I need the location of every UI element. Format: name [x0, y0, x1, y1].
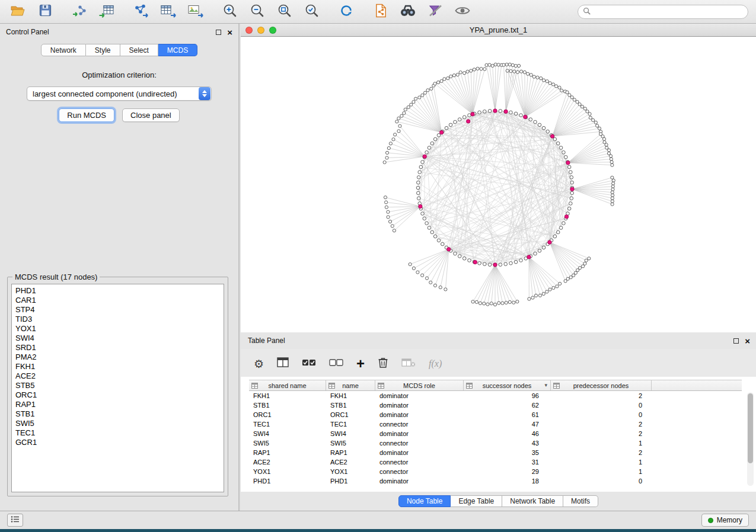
close-table-panel-icon[interactable]: ×	[745, 336, 750, 345]
zoom-in-button[interactable]	[221, 3, 240, 21]
add-column-button[interactable]: +	[356, 355, 365, 373]
mcds-result-item[interactable]: FKH1	[12, 362, 224, 371]
mcds-result-item[interactable]: STP4	[12, 305, 224, 315]
column-attr-icon	[378, 383, 384, 390]
column-header-shared-name[interactable]: shared name	[249, 380, 326, 390]
show-columns-button[interactable]	[277, 355, 289, 373]
mcds-result-item[interactable]: STB1	[12, 409, 224, 419]
table-scrollbar[interactable]	[747, 392, 754, 486]
mcds-result-item[interactable]: RAP1	[12, 400, 224, 409]
mcds-result-item[interactable]: ORC1	[12, 390, 224, 400]
import-network-button[interactable]	[70, 3, 89, 21]
table-row[interactable]: SWI5SWI5connector431	[249, 438, 742, 448]
table-row[interactable]: ACE2ACE2connector311	[249, 457, 742, 467]
search-input[interactable]	[594, 6, 748, 18]
mcds-result-item[interactable]: ACE2	[12, 371, 224, 381]
close-panel-button[interactable]: Close panel	[122, 108, 180, 122]
close-window-icon[interactable]	[245, 27, 253, 34]
show-hide-button[interactable]	[453, 3, 472, 21]
table-settings-button[interactable]: ⚙	[254, 355, 264, 373]
tab-edge-table[interactable]: Edge Table	[451, 495, 502, 507]
mcds-result-list[interactable]: PHD1CAR1STP4TID3YOX1SWI4SRD1PMA2FKH1ACE2…	[11, 284, 224, 492]
zoom-out-button[interactable]	[248, 3, 267, 21]
mcds-result-item[interactable]: SWI4	[12, 334, 224, 343]
clear-table-button[interactable]	[401, 355, 416, 373]
control-panel-title: Control Panel	[6, 28, 49, 36]
zoom-selected-button[interactable]	[302, 3, 321, 21]
column-attr-icon	[328, 383, 335, 390]
mcds-result-item[interactable]: SRD1	[12, 343, 224, 352]
close-panel-icon[interactable]: ×	[227, 28, 232, 37]
table-cell: YOX1	[326, 468, 375, 475]
folder-icon	[10, 4, 25, 20]
table-cell: 47	[464, 421, 551, 428]
chevron-down-icon[interactable]: ▾	[544, 382, 547, 388]
table-cell: connector	[375, 440, 464, 447]
deselect-all-button[interactable]	[329, 355, 343, 373]
tab-select[interactable]: Select	[120, 44, 158, 56]
table-row[interactable]: ORC1ORC1dominator610	[249, 410, 742, 419]
mcds-result-item[interactable]: YOX1	[12, 324, 224, 334]
tab-node-table[interactable]: Node Table	[398, 495, 451, 507]
mcds-result-item[interactable]: TEC1	[12, 428, 224, 438]
minimize-window-icon[interactable]	[257, 27, 264, 34]
column-header-name[interactable]: name	[326, 380, 375, 390]
zoom-fit-icon	[277, 3, 292, 21]
table-row[interactable]: SWI4SWI4dominator462	[249, 429, 742, 438]
table-row[interactable]: PHD1PHD1dominator180	[249, 476, 742, 486]
scrollbar-thumb[interactable]	[748, 393, 753, 463]
zoom-fit-button[interactable]	[275, 3, 294, 21]
table-row[interactable]: FKH1FKH1dominator962	[249, 391, 742, 400]
network-canvas[interactable]	[241, 37, 756, 332]
table-row[interactable]: YOX1YOX1connector291	[249, 467, 742, 476]
criterion-select[interactable]: largest connected component (undirected)	[27, 86, 212, 101]
tab-mcds[interactable]: MCDS	[158, 44, 197, 56]
export-image-button[interactable]	[186, 3, 205, 21]
status-menu-button[interactable]	[7, 514, 23, 527]
table-cell: 31	[464, 459, 551, 466]
import-network-icon	[72, 4, 87, 20]
table-cell: dominator	[375, 430, 464, 437]
column-header-MCDS-role[interactable]: MCDS role	[375, 380, 464, 390]
traffic-lights	[245, 27, 276, 34]
open-folder-button[interactable]	[8, 3, 27, 21]
delete-column-button[interactable]	[378, 355, 388, 373]
function-builder-button[interactable]: f(x)	[429, 355, 442, 373]
table-row[interactable]: STB1STB1dominator620	[249, 400, 742, 410]
mcds-result-item[interactable]: PHD1	[12, 286, 224, 296]
mcds-result-item[interactable]: GCR1	[12, 438, 224, 447]
mcds-result-item[interactable]: PMA2	[12, 352, 224, 362]
mcds-result-item[interactable]: STB5	[12, 381, 224, 390]
refresh-layout-button[interactable]	[337, 3, 356, 21]
memory-button[interactable]: Memory	[701, 514, 749, 527]
mcds-result-item[interactable]: SWI5	[12, 419, 224, 428]
mcds-result-item[interactable]: CAR1	[12, 296, 224, 305]
export-network-button[interactable]	[132, 3, 151, 21]
float-panel-icon[interactable]	[216, 30, 221, 35]
zoom-window-icon[interactable]	[269, 27, 276, 34]
run-mcds-button[interactable]: Run MCDS	[59, 108, 114, 122]
tab-network-table[interactable]: Network Table	[502, 495, 563, 507]
tab-style[interactable]: Style	[86, 44, 120, 56]
table-cell: ORC1	[249, 411, 326, 418]
table-panel: Table Panel × ⚙ + f(x)	[241, 332, 756, 511]
network-nodes[interactable]	[383, 63, 615, 306]
save-button[interactable]	[36, 3, 55, 21]
table-row[interactable]: RAP1RAP1dominator352	[249, 448, 742, 457]
float-table-panel-icon[interactable]	[733, 338, 739, 344]
select-all-button[interactable]	[302, 355, 316, 373]
export-table-button[interactable]	[159, 3, 178, 21]
share-document-button[interactable]	[371, 3, 390, 21]
mcds-result-item[interactable]: TID3	[12, 315, 224, 324]
tab-network[interactable]: Network	[41, 44, 86, 56]
network-graph[interactable]	[241, 37, 756, 332]
column-header-successor-nodes[interactable]: successor nodes▾	[464, 380, 551, 390]
search-network-button[interactable]	[398, 3, 417, 21]
criterion-value: largest connected component (undirected)	[27, 89, 199, 98]
tab-motifs[interactable]: Motifs	[563, 495, 598, 507]
table-row[interactable]: TEC1TEC1connector472	[249, 419, 742, 429]
filter-button[interactable]	[426, 3, 445, 21]
import-table-button[interactable]	[97, 3, 116, 21]
column-header-predecessor-nodes[interactable]: predecessor nodes	[551, 380, 652, 390]
network-titlebar: YPA_prune.txt_1	[241, 24, 756, 37]
